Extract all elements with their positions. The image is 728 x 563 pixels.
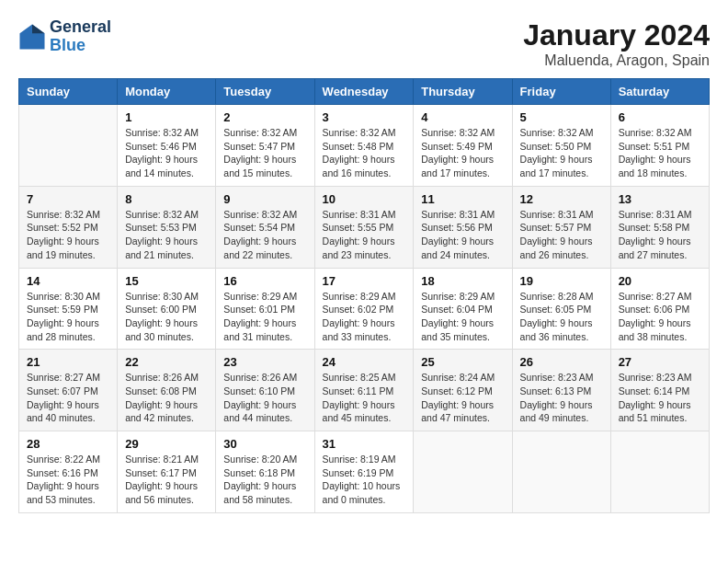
cell-info: Sunrise: 8:29 AM Sunset: 6:01 PM Dayligh… bbox=[223, 290, 306, 344]
cell-info: Sunrise: 8:32 AM Sunset: 5:48 PM Dayligh… bbox=[323, 126, 406, 180]
logo: General Blue bbox=[18, 18, 111, 55]
cell-info: Sunrise: 8:32 AM Sunset: 5:54 PM Dayligh… bbox=[223, 208, 306, 262]
calendar-week-row: 14Sunrise: 8:30 AM Sunset: 5:59 PM Dayli… bbox=[19, 268, 710, 350]
logo-general-text: General bbox=[50, 18, 111, 37]
cell-info: Sunrise: 8:29 AM Sunset: 6:04 PM Dayligh… bbox=[421, 290, 504, 344]
cell-info: Sunrise: 8:32 AM Sunset: 5:51 PM Dayligh… bbox=[619, 126, 701, 180]
day-number: 2 bbox=[223, 110, 306, 124]
cell-info: Sunrise: 8:26 AM Sunset: 6:10 PM Dayligh… bbox=[223, 371, 306, 425]
day-number: 4 bbox=[421, 110, 504, 124]
cell-info: Sunrise: 8:30 AM Sunset: 6:00 PM Dayligh… bbox=[125, 290, 208, 344]
col-wednesday: Wednesday bbox=[314, 79, 414, 105]
calendar-cell: 24Sunrise: 8:25 AM Sunset: 6:11 PM Dayli… bbox=[314, 350, 414, 431]
cell-info: Sunrise: 8:24 AM Sunset: 6:12 PM Dayligh… bbox=[421, 371, 504, 425]
day-number: 7 bbox=[27, 192, 109, 206]
cell-info: Sunrise: 8:32 AM Sunset: 5:47 PM Dayligh… bbox=[223, 126, 306, 180]
day-number: 26 bbox=[520, 355, 603, 369]
calendar-week-row: 21Sunrise: 8:27 AM Sunset: 6:07 PM Dayli… bbox=[19, 350, 710, 431]
calendar-cell: 2Sunrise: 8:32 AM Sunset: 5:47 PM Daylig… bbox=[216, 105, 314, 187]
day-number: 20 bbox=[619, 274, 701, 288]
calendar-cell: 19Sunrise: 8:28 AM Sunset: 6:05 PM Dayli… bbox=[512, 268, 610, 350]
calendar-cell: 17Sunrise: 8:29 AM Sunset: 6:02 PM Dayli… bbox=[314, 268, 414, 350]
cell-info: Sunrise: 8:21 AM Sunset: 6:17 PM Dayligh… bbox=[125, 453, 208, 507]
day-number: 31 bbox=[323, 437, 406, 451]
calendar-cell: 5Sunrise: 8:32 AM Sunset: 5:50 PM Daylig… bbox=[512, 105, 610, 187]
cell-info: Sunrise: 8:32 AM Sunset: 5:53 PM Dayligh… bbox=[125, 208, 208, 262]
calendar-cell: 11Sunrise: 8:31 AM Sunset: 5:56 PM Dayli… bbox=[414, 186, 512, 268]
day-number: 5 bbox=[520, 110, 603, 124]
calendar-cell: 23Sunrise: 8:26 AM Sunset: 6:10 PM Dayli… bbox=[216, 350, 314, 431]
day-number: 13 bbox=[619, 192, 701, 206]
logo-blue-text: Blue bbox=[50, 37, 111, 55]
calendar-cell: 15Sunrise: 8:30 AM Sunset: 6:00 PM Dayli… bbox=[118, 268, 216, 350]
cell-info: Sunrise: 8:30 AM Sunset: 5:59 PM Dayligh… bbox=[27, 290, 109, 344]
day-number: 25 bbox=[421, 355, 504, 369]
col-monday: Monday bbox=[118, 79, 216, 105]
calendar-cell: 6Sunrise: 8:32 AM Sunset: 5:51 PM Daylig… bbox=[610, 105, 709, 187]
day-number: 12 bbox=[520, 192, 603, 206]
day-number: 10 bbox=[323, 192, 406, 206]
calendar-cell: 30Sunrise: 8:20 AM Sunset: 6:18 PM Dayli… bbox=[216, 431, 314, 513]
cell-info: Sunrise: 8:20 AM Sunset: 6:18 PM Dayligh… bbox=[223, 453, 306, 507]
cell-info: Sunrise: 8:32 AM Sunset: 5:52 PM Dayligh… bbox=[27, 208, 109, 262]
calendar-cell bbox=[512, 431, 610, 513]
cell-info: Sunrise: 8:32 AM Sunset: 5:50 PM Dayligh… bbox=[520, 126, 603, 180]
col-sunday: Sunday bbox=[19, 79, 118, 105]
calendar-cell bbox=[610, 431, 709, 513]
day-number: 23 bbox=[223, 355, 306, 369]
calendar-cell: 29Sunrise: 8:21 AM Sunset: 6:17 PM Dayli… bbox=[118, 431, 216, 513]
col-thursday: Thursday bbox=[414, 79, 512, 105]
calendar-cell: 16Sunrise: 8:29 AM Sunset: 6:01 PM Dayli… bbox=[216, 268, 314, 350]
cell-info: Sunrise: 8:26 AM Sunset: 6:08 PM Dayligh… bbox=[125, 371, 208, 425]
day-number: 18 bbox=[421, 274, 504, 288]
cell-info: Sunrise: 8:31 AM Sunset: 5:56 PM Dayligh… bbox=[421, 208, 504, 262]
cell-info: Sunrise: 8:27 AM Sunset: 6:07 PM Dayligh… bbox=[27, 371, 109, 425]
calendar-cell: 4Sunrise: 8:32 AM Sunset: 5:49 PM Daylig… bbox=[414, 105, 512, 187]
day-number: 16 bbox=[223, 274, 306, 288]
calendar-cell: 1Sunrise: 8:32 AM Sunset: 5:46 PM Daylig… bbox=[118, 105, 216, 187]
calendar-cell: 25Sunrise: 8:24 AM Sunset: 6:12 PM Dayli… bbox=[414, 350, 512, 431]
day-number: 17 bbox=[323, 274, 406, 288]
location-text: Maluenda, Aragon, Spain bbox=[523, 52, 710, 69]
calendar-cell: 10Sunrise: 8:31 AM Sunset: 5:55 PM Dayli… bbox=[314, 186, 414, 268]
cell-info: Sunrise: 8:32 AM Sunset: 5:49 PM Dayligh… bbox=[421, 126, 504, 180]
calendar-cell: 3Sunrise: 8:32 AM Sunset: 5:48 PM Daylig… bbox=[314, 105, 414, 187]
calendar-week-row: 28Sunrise: 8:22 AM Sunset: 6:16 PM Dayli… bbox=[19, 431, 710, 513]
day-number: 11 bbox=[421, 192, 504, 206]
title-block: January 2024 Maluenda, Aragon, Spain bbox=[523, 18, 710, 69]
cell-info: Sunrise: 8:25 AM Sunset: 6:11 PM Dayligh… bbox=[323, 371, 406, 425]
calendar-cell: 8Sunrise: 8:32 AM Sunset: 5:53 PM Daylig… bbox=[118, 186, 216, 268]
calendar-cell: 13Sunrise: 8:31 AM Sunset: 5:58 PM Dayli… bbox=[610, 186, 709, 268]
calendar-cell: 21Sunrise: 8:27 AM Sunset: 6:07 PM Dayli… bbox=[19, 350, 118, 431]
calendar-cell bbox=[19, 105, 118, 187]
calendar-cell: 28Sunrise: 8:22 AM Sunset: 6:16 PM Dayli… bbox=[19, 431, 118, 513]
cell-info: Sunrise: 8:19 AM Sunset: 6:19 PM Dayligh… bbox=[323, 453, 406, 507]
cell-info: Sunrise: 8:28 AM Sunset: 6:05 PM Dayligh… bbox=[520, 290, 603, 344]
calendar-cell: 7Sunrise: 8:32 AM Sunset: 5:52 PM Daylig… bbox=[19, 186, 118, 268]
cell-info: Sunrise: 8:32 AM Sunset: 5:46 PM Dayligh… bbox=[125, 126, 208, 180]
day-number: 29 bbox=[125, 437, 208, 451]
calendar-cell: 18Sunrise: 8:29 AM Sunset: 6:04 PM Dayli… bbox=[414, 268, 512, 350]
col-friday: Friday bbox=[512, 79, 610, 105]
month-year-heading: January 2024 bbox=[523, 18, 710, 52]
svg-marker-1 bbox=[32, 24, 45, 33]
calendar-cell: 14Sunrise: 8:30 AM Sunset: 5:59 PM Dayli… bbox=[19, 268, 118, 350]
day-number: 9 bbox=[223, 192, 306, 206]
page-header: General Blue January 2024 Maluenda, Arag… bbox=[18, 18, 710, 69]
day-number: 24 bbox=[323, 355, 406, 369]
cell-info: Sunrise: 8:27 AM Sunset: 6:06 PM Dayligh… bbox=[619, 290, 701, 344]
general-blue-logo-icon bbox=[18, 23, 46, 51]
calendar-cell bbox=[414, 431, 512, 513]
calendar-cell: 26Sunrise: 8:23 AM Sunset: 6:13 PM Dayli… bbox=[512, 350, 610, 431]
day-number: 6 bbox=[619, 110, 701, 124]
calendar-week-row: 7Sunrise: 8:32 AM Sunset: 5:52 PM Daylig… bbox=[19, 186, 710, 268]
cell-info: Sunrise: 8:23 AM Sunset: 6:14 PM Dayligh… bbox=[619, 371, 701, 425]
cell-info: Sunrise: 8:22 AM Sunset: 6:16 PM Dayligh… bbox=[27, 453, 109, 507]
day-number: 3 bbox=[323, 110, 406, 124]
calendar-cell: 12Sunrise: 8:31 AM Sunset: 5:57 PM Dayli… bbox=[512, 186, 610, 268]
cell-info: Sunrise: 8:31 AM Sunset: 5:57 PM Dayligh… bbox=[520, 208, 603, 262]
calendar-cell: 20Sunrise: 8:27 AM Sunset: 6:06 PM Dayli… bbox=[610, 268, 709, 350]
day-number: 27 bbox=[619, 355, 701, 369]
day-number: 21 bbox=[27, 355, 109, 369]
calendar-cell: 9Sunrise: 8:32 AM Sunset: 5:54 PM Daylig… bbox=[216, 186, 314, 268]
